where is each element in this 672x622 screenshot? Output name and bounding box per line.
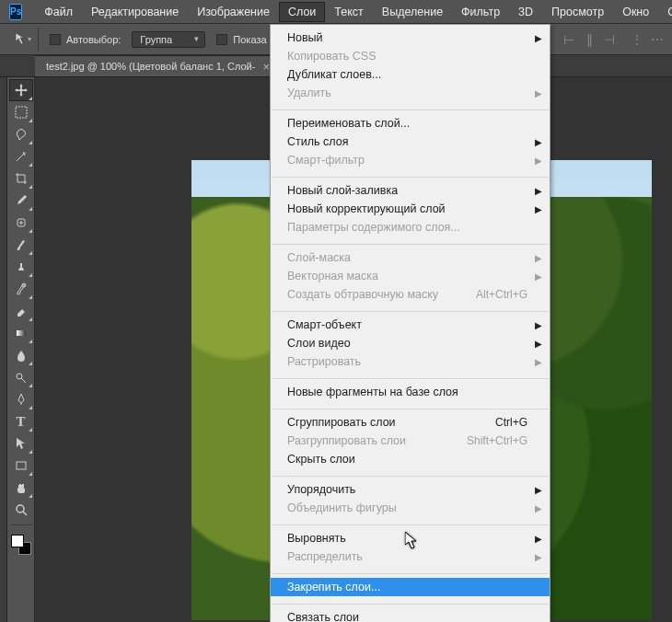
magic-wand-tool[interactable] (9, 145, 33, 167)
menu-item[interactable]: Новый▶ (271, 29, 550, 47)
eyedropper-tool[interactable] (9, 190, 33, 212)
document-tab-title: test2.jpg @ 100% (Цветовой баланс 1, Сло… (46, 61, 255, 72)
submenu-arrow-icon: ▶ (535, 503, 542, 513)
foreground-color-swatch[interactable] (11, 535, 24, 547)
lasso-tool[interactable] (9, 123, 33, 145)
menu-item[interactable]: Новый корректирующий слой▶ (271, 200, 550, 218)
menu-item[interactable]: Выровнять▶ (271, 529, 550, 547)
menu-item-shortcut: Shift+Ctrl+G (467, 434, 527, 447)
menu-item[interactable]: Связать слои (271, 608, 550, 622)
document-tab[interactable]: test2.jpg @ 100% (Цветовой баланс 1, Сло… (35, 55, 282, 76)
menu-item-label: Связать слои (287, 611, 359, 622)
tool-rail-gutter (0, 77, 7, 622)
menu-item-label: Дубликат слоев... (287, 68, 381, 81)
menu-item-shortcut: Alt+Ctrl+G (476, 288, 527, 301)
eraser-tool[interactable] (9, 300, 33, 322)
show-transform-checkbox[interactable]: Показа (213, 34, 270, 45)
menu-слои[interactable]: Слои (279, 2, 325, 22)
blur-tool[interactable] (9, 344, 33, 366)
pen-tool[interactable] (9, 388, 33, 410)
color-swatches[interactable] (11, 535, 31, 555)
history-brush-tool[interactable] (9, 278, 33, 300)
distribute-icon[interactable]: ⋮ (628, 30, 646, 49)
menu-выделение[interactable]: Выделение (373, 2, 452, 22)
menu-item[interactable]: Упорядочить▶ (271, 480, 550, 499)
menu-separator (272, 472, 549, 477)
marquee-tool[interactable] (9, 101, 33, 123)
brush-tool[interactable] (9, 234, 33, 256)
menu-item: Копировать CSS (271, 47, 550, 65)
healing-brush-tool[interactable] (9, 212, 33, 234)
menu-item[interactable]: Закрепить слои... (271, 578, 550, 596)
menu-item[interactable]: Переименовать слой... (271, 114, 550, 132)
menu-item-label: Переименовать слой... (287, 117, 410, 130)
layers-menu-dropdown: Новый▶Копировать CSSДубликат слоев...Уда… (270, 24, 550, 622)
menu-item[interactable]: Стиль слоя▶ (271, 132, 550, 151)
menu-item: Векторная маска▶ (271, 267, 550, 285)
close-icon[interactable]: × (262, 60, 270, 74)
menu-3d[interactable]: 3D (509, 2, 542, 22)
rectangle-tool[interactable] (9, 455, 33, 477)
gradient-tool[interactable] (9, 322, 33, 344)
menu-item[interactable]: Смарт-объект▶ (271, 316, 550, 334)
menu-item-label: Стиль слоя (287, 135, 348, 148)
menu-item: Параметры содержимого слоя... (271, 218, 550, 236)
menu-separator (272, 307, 549, 312)
submenu-arrow-icon: ▶ (535, 534, 542, 544)
menu-item[interactable]: Новые фрагменты на базе слоя (271, 383, 550, 401)
autoselect-checkbox[interactable]: Автовыбор: (46, 34, 124, 45)
menu-справка[interactable]: Справка (658, 2, 672, 22)
menu-separator (272, 106, 549, 110)
menu-item: Объединить фигуры▶ (271, 499, 550, 517)
submenu-arrow-icon: ▶ (535, 320, 542, 330)
menu-item[interactable]: Скрыть слои (271, 450, 550, 468)
menu-item[interactable]: Сгруппировать слоиCtrl+G (271, 413, 550, 432)
menu-текст[interactable]: Текст (325, 2, 372, 22)
submenu-arrow-icon: ▶ (535, 156, 542, 166)
submenu-arrow-icon: ▶ (535, 485, 542, 495)
menu-изображение[interactable]: Изображение (188, 2, 279, 22)
clone-stamp-tool[interactable] (9, 256, 33, 278)
path-selection-tool[interactable] (9, 432, 33, 455)
svg-rect-0 (16, 107, 27, 118)
menu-item-label: Копировать CSS (287, 50, 376, 63)
menu-item-label: Смарт-объект (287, 318, 362, 331)
autoselect-label: Автовыбор: (66, 34, 121, 45)
menu-separator (272, 521, 549, 525)
menu-окно[interactable]: Окно (613, 2, 658, 22)
submenu-arrow-icon: ▶ (535, 186, 542, 196)
move-tool[interactable] (9, 79, 33, 101)
align-left-icon[interactable]: ⊢ (560, 30, 578, 49)
menu-item: Растрировать▶ (271, 352, 550, 371)
autoselect-target-select[interactable]: Группа (132, 31, 205, 48)
menu-separator (272, 173, 549, 178)
align-right-icon[interactable]: ⊣ (600, 30, 619, 49)
menu-separator (272, 600, 549, 605)
menu-separator (272, 240, 549, 245)
menu-item[interactable]: Дубликат слоев... (271, 65, 550, 84)
submenu-arrow-icon: ▶ (535, 339, 542, 349)
menu-item-label: Слои видео (287, 337, 351, 350)
type-tool[interactable]: T (9, 410, 33, 432)
distribute-icon[interactable]: ⋯ (648, 30, 666, 49)
svg-point-6 (17, 505, 24, 513)
menubar: Ps ФайлРедактированиеИзображениеСлоиТекс… (0, 0, 672, 24)
crop-tool[interactable] (9, 167, 33, 190)
dodge-tool[interactable] (9, 366, 33, 388)
submenu-arrow-icon: ▶ (535, 88, 542, 98)
menu-separator (272, 405, 549, 409)
menu-item-label: Упорядочить (287, 483, 355, 496)
submenu-arrow-icon: ▶ (535, 271, 542, 282)
align-hcenter-icon[interactable]: ‖ (580, 30, 598, 49)
menu-редактирование[interactable]: Редактирование (82, 2, 188, 22)
zoom-tool[interactable] (9, 499, 33, 521)
checkbox-icon (216, 34, 227, 45)
app-logo: Ps (9, 4, 22, 20)
menu-фильтр[interactable]: Фильтр (452, 2, 509, 22)
menu-просмотр[interactable]: Просмотр (542, 2, 613, 22)
menu-item[interactable]: Слои видео▶ (271, 334, 550, 352)
menu-separator (272, 374, 549, 379)
menu-файл[interactable]: Файл (35, 2, 82, 22)
menu-item[interactable]: Новый слой-заливка▶ (271, 181, 550, 200)
hand-tool[interactable] (9, 477, 33, 499)
